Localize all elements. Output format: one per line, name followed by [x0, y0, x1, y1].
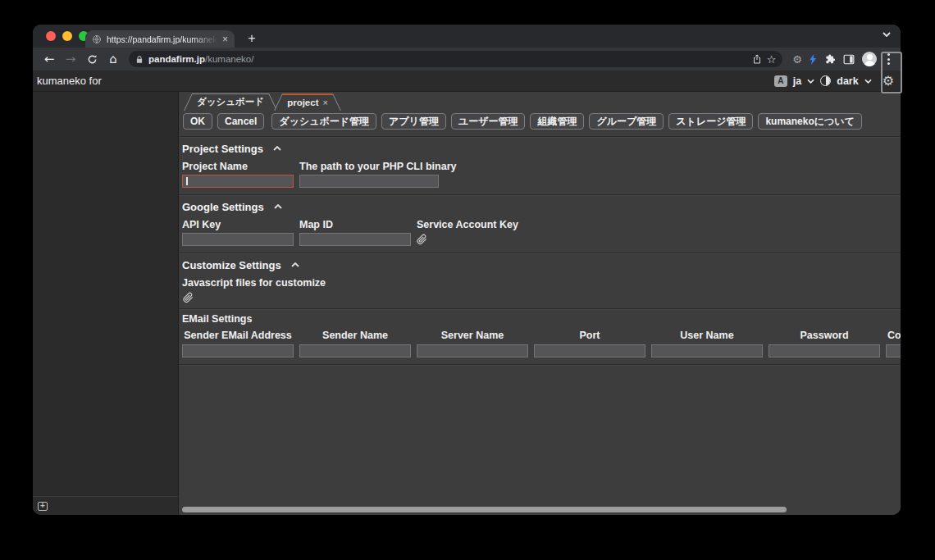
- storage-manage-button[interactable]: ストレージ管理: [668, 113, 753, 130]
- close-window-button[interactable]: [46, 31, 56, 41]
- col-port-header: Port: [534, 330, 645, 341]
- collapse-chevron-up-icon[interactable]: [273, 146, 281, 151]
- service-account-key-attach-icon[interactable]: [417, 234, 431, 245]
- side-panel-icon[interactable]: [843, 54, 855, 65]
- extension-gear-icon[interactable]: ⚙: [792, 53, 802, 66]
- home-icon[interactable]: ⌂: [104, 50, 122, 68]
- reload-icon[interactable]: [83, 50, 101, 68]
- ok-button[interactable]: OK: [183, 113, 212, 130]
- divider: [179, 136, 901, 137]
- text-cursor: [186, 177, 188, 185]
- email-settings-title: EMail Settings: [182, 313, 901, 325]
- col-password-header: Password: [769, 330, 880, 341]
- org-manage-button[interactable]: 組織管理: [530, 113, 584, 130]
- app-manage-button[interactable]: アプリ管理: [381, 113, 446, 130]
- share-icon[interactable]: [752, 53, 762, 65]
- javascript-files-attach-icon[interactable]: [183, 292, 198, 303]
- google-settings-fields: API Key Map ID Service Account Key: [182, 219, 901, 246]
- user-manage-button[interactable]: ユーザー管理: [451, 113, 526, 130]
- browser-window: https://pandafirm.jp/kumaneko × + ← → ⌂ …: [33, 25, 901, 515]
- globe-favicon-icon: [92, 34, 102, 44]
- project-settings-fields: Project Name The path to your PHP CLI bi…: [182, 161, 901, 188]
- server-name-input[interactable]: [417, 344, 528, 357]
- section-project-settings-header[interactable]: Project Settings: [182, 142, 901, 155]
- project-name-input[interactable]: [182, 175, 294, 188]
- browser-tab-title: https://pandafirm.jp/kumaneko: [107, 34, 217, 44]
- address-bar[interactable]: pandafirm.jp/kumaneko/ ☆: [129, 51, 782, 67]
- lock-icon: [135, 55, 144, 64]
- project-name-label: Project Name: [182, 161, 294, 172]
- profile-avatar[interactable]: [862, 52, 877, 66]
- extensions-puzzle-icon[interactable]: [824, 53, 836, 65]
- settings-gear-focus-ring: [881, 52, 902, 93]
- minimize-window-button[interactable]: [62, 31, 72, 41]
- extension-icons: ⚙: [789, 52, 893, 66]
- back-icon[interactable]: ←: [40, 50, 58, 68]
- tab-search-chevron-icon[interactable]: [883, 32, 891, 37]
- tab-dashboard-label: ダッシュボード: [197, 96, 264, 108]
- tab-close-icon[interactable]: ×: [222, 34, 228, 44]
- divider: [179, 364, 901, 365]
- api-key-label: API Key: [182, 219, 294, 230]
- tab-dashboard[interactable]: ダッシュボード: [184, 93, 277, 111]
- bookmark-star-icon[interactable]: ☆: [767, 53, 777, 66]
- extension-bolt-icon[interactable]: [810, 54, 817, 65]
- customize-settings-title: Customize Settings: [182, 259, 281, 271]
- sender-email-input[interactable]: [182, 344, 294, 357]
- divider: [179, 308, 901, 309]
- api-key-input[interactable]: [182, 233, 294, 246]
- google-settings-title: Google Settings: [182, 201, 264, 213]
- user-name-input[interactable]: [651, 344, 763, 357]
- language-select-value[interactable]: ja: [793, 75, 801, 87]
- url-text: pandafirm.jp/kumaneko/: [148, 54, 747, 64]
- dashboard-manage-button[interactable]: ダッシュボード管理: [271, 113, 376, 130]
- theme-select-value[interactable]: dark: [837, 75, 858, 87]
- url-path: /kumaneko/: [205, 54, 253, 64]
- translate-icon[interactable]: A: [774, 75, 787, 87]
- add-item-icon[interactable]: +: [38, 502, 48, 511]
- app-header: kumaneko for A ja dark ⚙: [33, 71, 901, 92]
- app-title: kumaneko for: [37, 75, 102, 87]
- sidebar-footer: +: [33, 496, 178, 515]
- col-server-name-header: Server Name: [417, 330, 528, 341]
- section-google-settings-header[interactable]: Google Settings: [182, 200, 901, 213]
- app-body: + ダッシュボード project ×: [33, 92, 901, 515]
- service-account-key-label: Service Account Key: [417, 219, 518, 230]
- map-id-input[interactable]: [299, 233, 411, 246]
- col-sender-email-header: Sender EMail Address: [182, 330, 294, 341]
- password-input[interactable]: [769, 344, 880, 357]
- javascript-files-label: Javascript files for customize: [182, 277, 901, 289]
- collapse-chevron-up-icon[interactable]: [274, 204, 282, 209]
- tab-project-label: project: [287, 98, 318, 107]
- browser-tab[interactable]: https://pandafirm.jp/kumaneko ×: [85, 30, 235, 48]
- desktop-background: https://pandafirm.jp/kumaneko × + ← → ⌂ …: [0, 0, 935, 560]
- tab-project-close-icon[interactable]: ×: [322, 98, 327, 107]
- sender-name-input[interactable]: [299, 344, 411, 357]
- divider: [179, 253, 901, 253]
- email-settings-table: Sender EMail Address Sender Name Server …: [182, 330, 901, 357]
- horizontal-scrollbar[interactable]: [182, 507, 787, 512]
- theme-chevron-down-icon[interactable]: [864, 79, 872, 84]
- main-content: ダッシュボード project × OK Cancel ダ: [179, 92, 901, 515]
- col-truncated-header: Co: [886, 330, 901, 341]
- port-input[interactable]: [534, 344, 645, 357]
- tab-project[interactable]: project ×: [274, 93, 341, 111]
- url-domain: pandafirm.jp: [148, 54, 205, 64]
- contrast-theme-icon[interactable]: [820, 75, 831, 86]
- group-manage-button[interactable]: グループ管理: [589, 113, 664, 130]
- about-kumaneko-button[interactable]: kumanekoについて: [758, 113, 861, 130]
- php-cli-path-label: The path to your PHP CLI binary: [299, 161, 439, 172]
- collapse-chevron-up-icon[interactable]: [291, 262, 299, 267]
- forward-icon: →: [62, 50, 80, 68]
- php-cli-path-input[interactable]: [299, 175, 439, 188]
- map-id-label: Map ID: [299, 219, 411, 230]
- cancel-button[interactable]: Cancel: [217, 113, 264, 130]
- truncated-col-input[interactable]: [886, 344, 901, 357]
- page-tabs: ダッシュボード project ×: [184, 93, 901, 111]
- traffic-lights: [46, 31, 89, 41]
- section-customize-settings-header[interactable]: Customize Settings: [182, 258, 901, 271]
- new-tab-button[interactable]: +: [243, 30, 261, 48]
- browser-tab-strip: https://pandafirm.jp/kumaneko × +: [33, 25, 901, 48]
- action-button-row: OK Cancel ダッシュボード管理 アプリ管理 ユーザー管理 組織管理 グル…: [183, 113, 901, 130]
- language-chevron-down-icon[interactable]: [807, 79, 814, 84]
